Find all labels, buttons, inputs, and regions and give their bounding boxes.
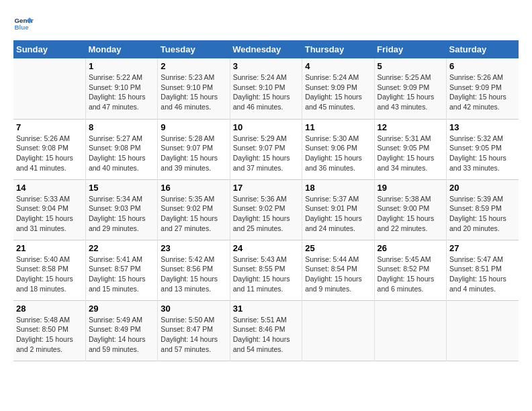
day-info: Sunrise: 5:27 AM Sunset: 9:08 PM Dayligh… — [89, 134, 154, 173]
day-number: 4 — [305, 61, 371, 71]
cell-w1-d2: 1Sunrise: 5:22 AM Sunset: 9:10 PM Daylig… — [85, 58, 157, 119]
cell-w3-d5: 18Sunrise: 5:37 AM Sunset: 9:01 PM Dayli… — [302, 179, 374, 240]
day-number: 14 — [16, 183, 83, 193]
header-tuesday: Tuesday — [158, 40, 230, 58]
day-number: 12 — [378, 122, 443, 132]
header-thursday: Thursday — [302, 40, 374, 58]
day-number: 27 — [449, 243, 516, 253]
cell-w3-d7: 20Sunrise: 5:39 AM Sunset: 8:59 PM Dayli… — [447, 179, 519, 240]
header-friday: Friday — [374, 40, 446, 58]
day-info: Sunrise: 5:34 AM Sunset: 9:03 PM Dayligh… — [89, 194, 154, 234]
header-wednesday: Wednesday — [230, 40, 302, 58]
day-number: 31 — [233, 304, 299, 314]
weekday-header-row: SundayMondayTuesdayWednesdayThursdayFrid… — [13, 40, 519, 58]
day-number: 1 — [89, 61, 154, 71]
cell-w3-d6: 19Sunrise: 5:38 AM Sunset: 9:00 PM Dayli… — [374, 179, 446, 240]
day-info: Sunrise: 5:37 AM Sunset: 9:01 PM Dayligh… — [305, 194, 371, 234]
cell-w2-d1: 7Sunrise: 5:26 AM Sunset: 9:08 PM Daylig… — [13, 119, 85, 179]
day-info: Sunrise: 5:47 AM Sunset: 8:51 PM Dayligh… — [449, 255, 516, 294]
cell-w1-d6: 5Sunrise: 5:25 AM Sunset: 9:09 PM Daylig… — [374, 58, 446, 119]
cell-w1-d4: 3Sunrise: 5:24 AM Sunset: 9:10 PM Daylig… — [230, 58, 302, 119]
week-row-3: 14Sunrise: 5:33 AM Sunset: 9:04 PM Dayli… — [13, 179, 519, 240]
svg-text:Blue: Blue — [15, 24, 30, 31]
cell-w1-d3: 2Sunrise: 5:23 AM Sunset: 9:10 PM Daylig… — [158, 58, 230, 119]
cell-w3-d2: 15Sunrise: 5:34 AM Sunset: 9:03 PM Dayli… — [85, 179, 157, 240]
day-info: Sunrise: 5:43 AM Sunset: 8:55 PM Dayligh… — [233, 255, 299, 294]
day-number: 26 — [378, 243, 443, 253]
cell-w1-d7: 6Sunrise: 5:26 AM Sunset: 9:09 PM Daylig… — [447, 58, 519, 119]
day-number: 24 — [233, 243, 299, 253]
day-number: 9 — [161, 122, 226, 132]
cell-w5-d7 — [447, 300, 519, 361]
cell-w2-d7: 13Sunrise: 5:32 AM Sunset: 9:05 PM Dayli… — [447, 119, 519, 179]
page-header: General Blue — [13, 13, 519, 34]
day-number: 20 — [449, 183, 516, 193]
cell-w5-d4: 31Sunrise: 5:51 AM Sunset: 8:46 PM Dayli… — [230, 300, 302, 361]
cell-w4-d1: 21Sunrise: 5:40 AM Sunset: 8:58 PM Dayli… — [13, 240, 85, 300]
header-saturday: Saturday — [447, 40, 519, 58]
day-info: Sunrise: 5:30 AM Sunset: 9:06 PM Dayligh… — [305, 134, 371, 173]
day-info: Sunrise: 5:38 AM Sunset: 9:00 PM Dayligh… — [378, 194, 443, 234]
cell-w4-d7: 27Sunrise: 5:47 AM Sunset: 8:51 PM Dayli… — [447, 240, 519, 300]
day-number: 29 — [89, 304, 154, 314]
cell-w2-d3: 9Sunrise: 5:28 AM Sunset: 9:07 PM Daylig… — [158, 119, 230, 179]
logo-icon: General Blue — [13, 13, 34, 34]
day-info: Sunrise: 5:25 AM Sunset: 9:09 PM Dayligh… — [378, 73, 443, 112]
day-info: Sunrise: 5:40 AM Sunset: 8:58 PM Dayligh… — [16, 255, 83, 294]
day-info: Sunrise: 5:32 AM Sunset: 9:05 PM Dayligh… — [449, 134, 516, 173]
day-info: Sunrise: 5:51 AM Sunset: 8:46 PM Dayligh… — [233, 315, 299, 355]
day-info: Sunrise: 5:24 AM Sunset: 9:09 PM Dayligh… — [305, 73, 371, 112]
day-number: 18 — [305, 183, 371, 193]
day-info: Sunrise: 5:50 AM Sunset: 8:47 PM Dayligh… — [161, 315, 226, 355]
day-info: Sunrise: 5:36 AM Sunset: 9:02 PM Dayligh… — [233, 194, 299, 234]
week-row-5: 28Sunrise: 5:48 AM Sunset: 8:50 PM Dayli… — [13, 300, 519, 361]
logo: General Blue — [13, 13, 36, 34]
day-info: Sunrise: 5:48 AM Sunset: 8:50 PM Dayligh… — [16, 315, 83, 355]
day-number: 5 — [378, 61, 443, 71]
day-info: Sunrise: 5:24 AM Sunset: 9:10 PM Dayligh… — [233, 73, 299, 112]
day-info: Sunrise: 5:42 AM Sunset: 8:56 PM Dayligh… — [161, 255, 226, 294]
day-info: Sunrise: 5:29 AM Sunset: 9:07 PM Dayligh… — [233, 134, 299, 173]
cell-w5-d6 — [374, 300, 446, 361]
day-number: 6 — [449, 61, 516, 71]
day-number: 8 — [89, 122, 154, 132]
day-number: 19 — [378, 183, 443, 193]
day-number: 17 — [233, 183, 299, 193]
day-info: Sunrise: 5:23 AM Sunset: 9:10 PM Dayligh… — [161, 73, 226, 112]
cell-w3-d1: 14Sunrise: 5:33 AM Sunset: 9:04 PM Dayli… — [13, 179, 85, 240]
cell-w2-d4: 10Sunrise: 5:29 AM Sunset: 9:07 PM Dayli… — [230, 119, 302, 179]
cell-w1-d5: 4Sunrise: 5:24 AM Sunset: 9:09 PM Daylig… — [302, 58, 374, 119]
day-number: 22 — [89, 243, 154, 253]
cell-w4-d2: 22Sunrise: 5:41 AM Sunset: 8:57 PM Dayli… — [85, 240, 157, 300]
day-number: 15 — [89, 183, 154, 193]
day-info: Sunrise: 5:45 AM Sunset: 8:52 PM Dayligh… — [378, 255, 443, 294]
cell-w3-d4: 17Sunrise: 5:36 AM Sunset: 9:02 PM Dayli… — [230, 179, 302, 240]
cell-w2-d5: 11Sunrise: 5:30 AM Sunset: 9:06 PM Dayli… — [302, 119, 374, 179]
week-row-2: 7Sunrise: 5:26 AM Sunset: 9:08 PM Daylig… — [13, 119, 519, 179]
day-number: 3 — [233, 61, 299, 71]
day-info: Sunrise: 5:33 AM Sunset: 9:04 PM Dayligh… — [16, 194, 83, 234]
day-number: 25 — [305, 243, 371, 253]
cell-w5-d5 — [302, 300, 374, 361]
cell-w5-d3: 30Sunrise: 5:50 AM Sunset: 8:47 PM Dayli… — [158, 300, 230, 361]
day-info: Sunrise: 5:26 AM Sunset: 9:09 PM Dayligh… — [449, 73, 516, 112]
cell-w3-d3: 16Sunrise: 5:35 AM Sunset: 9:02 PM Dayli… — [158, 179, 230, 240]
day-info: Sunrise: 5:49 AM Sunset: 8:49 PM Dayligh… — [89, 315, 154, 355]
day-number: 21 — [16, 243, 83, 253]
calendar-table: SundayMondayTuesdayWednesdayThursdayFrid… — [13, 40, 519, 361]
cell-w4-d4: 24Sunrise: 5:43 AM Sunset: 8:55 PM Dayli… — [230, 240, 302, 300]
day-number: 10 — [233, 122, 299, 132]
cell-w4-d6: 26Sunrise: 5:45 AM Sunset: 8:52 PM Dayli… — [374, 240, 446, 300]
cell-w1-d1 — [13, 58, 85, 119]
day-number: 11 — [305, 122, 371, 132]
day-info: Sunrise: 5:26 AM Sunset: 9:08 PM Dayligh… — [16, 134, 83, 173]
day-info: Sunrise: 5:28 AM Sunset: 9:07 PM Dayligh… — [161, 134, 226, 173]
day-info: Sunrise: 5:39 AM Sunset: 8:59 PM Dayligh… — [449, 194, 516, 234]
cell-w4-d5: 25Sunrise: 5:44 AM Sunset: 8:54 PM Dayli… — [302, 240, 374, 300]
day-number: 28 — [16, 304, 83, 314]
day-info: Sunrise: 5:31 AM Sunset: 9:05 PM Dayligh… — [378, 134, 443, 173]
header-monday: Monday — [85, 40, 157, 58]
day-number: 7 — [16, 122, 83, 132]
cell-w4-d3: 23Sunrise: 5:42 AM Sunset: 8:56 PM Dayli… — [158, 240, 230, 300]
week-row-1: 1Sunrise: 5:22 AM Sunset: 9:10 PM Daylig… — [13, 58, 519, 119]
